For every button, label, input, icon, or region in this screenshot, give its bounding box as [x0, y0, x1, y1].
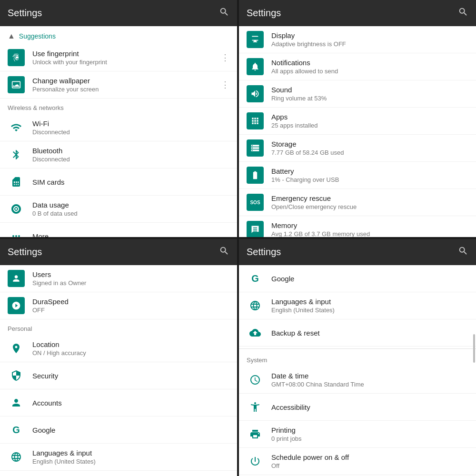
- printing-title: Printing: [271, 426, 468, 434]
- setting-item-location[interactable]: Location ON / High accuracy: [0, 335, 237, 362]
- apps-text: Apps 25 apps installed: [271, 113, 468, 129]
- notifications-text: Notifications All apps allowed to send: [271, 59, 468, 75]
- setting-item-backup2[interactable]: Backup & reset: [239, 319, 476, 347]
- google-icon: G: [8, 421, 25, 438]
- more-icon-wallpaper[interactable]: ⋮: [221, 79, 229, 90]
- more-icon: [8, 228, 25, 237]
- header-bottom-right: Settings: [239, 239, 476, 265]
- setting-item-bluetooth[interactable]: Bluetooth Disconnected: [0, 141, 237, 169]
- lang2-icon: [247, 297, 264, 314]
- search-button-bottom-right[interactable]: [458, 246, 468, 258]
- setting-item-google2[interactable]: G Google: [239, 265, 476, 292]
- suggestions-label: Suggestions: [19, 32, 56, 40]
- setting-item-wifi[interactable]: Wi-Fi Disconnected: [0, 114, 237, 141]
- search-button-bottom-left[interactable]: [219, 246, 229, 258]
- more-title: More: [32, 232, 229, 238]
- setting-item-notifications[interactable]: Notifications All apps allowed to send: [239, 53, 476, 80]
- more-text: More: [32, 232, 229, 238]
- panel-bottom-left: Settings Users Signed in as Owner DuraSp…: [0, 239, 237, 476]
- schedule-title: Schedule power on & off: [271, 453, 468, 461]
- setting-item-memory[interactable]: Memory Avg 1.2 GB of 3.7 GB memory used: [239, 216, 476, 237]
- setting-item-google[interactable]: G Google: [0, 416, 237, 444]
- users-title: Users: [32, 270, 229, 278]
- setting-item-fingerprint[interactable]: Use fingerprint Unlock with your fingerp…: [0, 44, 237, 71]
- setting-item-accounts[interactable]: Accounts: [0, 389, 237, 416]
- system-divider: [239, 348, 476, 349]
- collapse-icon[interactable]: ▲: [8, 32, 15, 40]
- duraspeed-subtitle: OFF: [32, 307, 229, 314]
- backup2-icon: [247, 324, 264, 341]
- accounts-text: Accounts: [32, 399, 229, 407]
- backup2-title: Backup & reset: [271, 329, 468, 337]
- notifications-title: Notifications: [271, 59, 468, 67]
- wifi-title: Wi-Fi: [32, 119, 229, 128]
- emergency-text: Emergency rescue Open/Close emergency re…: [271, 194, 468, 210]
- search-button-top-right[interactable]: [458, 7, 468, 20]
- setting-item-data[interactable]: Data usage 0 B of data used: [0, 196, 237, 223]
- lang-title: Languages & input: [32, 449, 229, 457]
- setting-item-sound[interactable]: Sound Ring volume at 53%: [239, 80, 476, 108]
- security-text: Security: [32, 372, 229, 380]
- backup2-text: Backup & reset: [271, 329, 468, 337]
- settings-list-top-left: ▲ Suggestions Use fingerprint Unlock wit…: [0, 26, 237, 237]
- setting-item-backup[interactable]: Backup & reset: [0, 471, 237, 476]
- location-icon: [8, 340, 25, 357]
- section-personal: Personal: [0, 319, 237, 335]
- fingerprint-title: Use fingerprint: [32, 50, 221, 58]
- memory-icon: [247, 221, 264, 237]
- setting-item-battery[interactable]: Battery 1% - Charging over USB: [239, 162, 476, 189]
- setting-item-display[interactable]: Display Adaptive brightness is OFF: [239, 26, 476, 53]
- bluetooth-text: Bluetooth Disconnected: [32, 147, 229, 163]
- header-title-top-right: Settings: [247, 8, 281, 19]
- display-text: Display Adaptive brightness is OFF: [271, 31, 468, 48]
- wallpaper-title: Change wallpaper: [32, 77, 221, 85]
- setting-item-lang[interactable]: Languages & input English (United States…: [0, 444, 237, 471]
- setting-item-security[interactable]: Security: [0, 362, 237, 389]
- settings-list-bottom-left: Users Signed in as Owner DuraSpeed OFF P…: [0, 265, 237, 476]
- printing-icon: [247, 426, 264, 443]
- setting-item-more[interactable]: More: [0, 223, 237, 237]
- setting-item-apps[interactable]: Apps 25 apps installed: [239, 108, 476, 135]
- accessibility-title: Accessibility: [271, 403, 468, 411]
- setting-item-date[interactable]: Date & time GMT+08:00 China Standard Tim…: [239, 367, 476, 394]
- data-subtitle: 0 B of data used: [32, 210, 229, 217]
- apps-subtitle: 25 apps installed: [271, 122, 468, 129]
- setting-item-wallpaper[interactable]: Change wallpaper Personalize your screen…: [0, 71, 237, 99]
- battery-text: Battery 1% - Charging over USB: [271, 167, 468, 183]
- location-subtitle: ON / High accuracy: [32, 349, 229, 357]
- duraspeed-text: DuraSpeed OFF: [32, 298, 229, 314]
- setting-item-printing[interactable]: Printing 0 print jobs: [239, 421, 476, 448]
- printing-subtitle: 0 print jobs: [271, 435, 468, 442]
- wifi-icon: [8, 119, 25, 136]
- lang2-subtitle: English (United States): [271, 307, 468, 314]
- date-title: Date & time: [271, 372, 468, 380]
- setting-item-schedule[interactable]: Schedule power on & off Off: [239, 448, 476, 475]
- accounts-icon: [8, 394, 25, 411]
- printing-text: Printing 0 print jobs: [271, 426, 468, 442]
- more-icon-fingerprint[interactable]: ⋮: [221, 52, 229, 63]
- sim-text: SIM cards: [32, 178, 229, 186]
- memory-text: Memory Avg 1.2 GB of 3.7 GB memory used: [271, 221, 468, 237]
- users-subtitle: Signed in as Owner: [32, 279, 229, 287]
- fingerprint-icon: [8, 49, 25, 66]
- setting-item-emergency[interactable]: SOS Emergency rescue Open/Close emergenc…: [239, 189, 476, 216]
- setting-item-lang2[interactable]: Languages & input English (United States…: [239, 292, 476, 319]
- duraspeed-title: DuraSpeed: [32, 298, 229, 306]
- google-title: Google: [32, 426, 229, 434]
- header-title-top-left: Settings: [8, 8, 42, 19]
- accessibility-text: Accessibility: [271, 403, 468, 411]
- setting-item-storage[interactable]: Storage 7.77 GB of 58.24 GB used: [239, 135, 476, 162]
- location-text: Location ON / High accuracy: [32, 340, 229, 357]
- wallpaper-subtitle: Personalize your screen: [32, 86, 221, 93]
- setting-item-duraspeed[interactable]: DuraSpeed OFF: [0, 292, 237, 319]
- setting-item-sim[interactable]: SIM cards: [0, 169, 237, 196]
- bluetooth-title: Bluetooth: [32, 147, 229, 155]
- bluetooth-subtitle: Disconnected: [32, 156, 229, 163]
- accessibility-icon: [247, 398, 264, 416]
- search-button-top-left[interactable]: [219, 7, 229, 20]
- setting-item-users[interactable]: Users Signed in as Owner: [0, 265, 237, 292]
- google2-icon: G: [247, 270, 264, 287]
- lang-icon: [8, 448, 25, 466]
- setting-item-accessibility[interactable]: Accessibility: [239, 394, 476, 421]
- suggestions-header: ▲ Suggestions: [0, 26, 237, 44]
